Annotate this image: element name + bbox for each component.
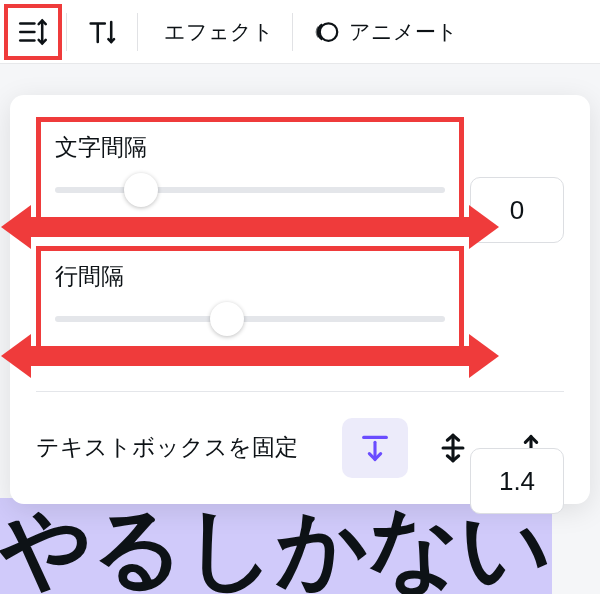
line-spacing-row: 行間隔 1.4: [36, 246, 564, 357]
text-height-icon: [85, 15, 119, 49]
separator: [137, 13, 138, 51]
line-spacing-input[interactable]: 1.4: [470, 448, 564, 514]
text-height-button[interactable]: [71, 4, 133, 60]
divider: [36, 391, 564, 392]
spacing-panel: 文字間隔 0 行間隔 1.4 テキストボックスを固定: [10, 95, 590, 504]
effects-label: エフェクト: [164, 18, 274, 46]
animate-button[interactable]: アニメート: [297, 4, 472, 60]
separator: [292, 13, 293, 51]
line-spacing-thumb[interactable]: [210, 302, 244, 336]
line-spacing-slider[interactable]: [55, 316, 445, 322]
line-spacing-icon: [16, 15, 50, 49]
line-spacing-label: 行間隔: [55, 261, 445, 292]
anchor-label: テキストボックスを固定: [36, 431, 330, 464]
annotation-box: 行間隔: [36, 246, 464, 357]
annotation-box: 文字間隔: [36, 117, 464, 228]
anchor-top-button[interactable]: [342, 418, 408, 478]
animate-icon: [311, 17, 341, 47]
letter-spacing-thumb[interactable]: [124, 173, 158, 207]
effects-button[interactable]: エフェクト: [142, 4, 288, 60]
line-spacing-button[interactable]: [4, 4, 62, 60]
letter-spacing-row: 文字間隔 0: [36, 117, 564, 228]
annotation-arrow: [31, 346, 469, 366]
letter-spacing-label: 文字間隔: [55, 132, 445, 163]
svg-point-5: [320, 23, 338, 41]
anchor-top-icon: [358, 431, 392, 465]
annotation-arrow: [31, 217, 469, 237]
separator: [66, 13, 67, 51]
animate-label: アニメート: [349, 18, 458, 46]
anchor-middle-icon: [436, 431, 470, 465]
letter-spacing-slider[interactable]: [55, 187, 445, 193]
toolbar: エフェクト アニメート: [0, 0, 600, 64]
